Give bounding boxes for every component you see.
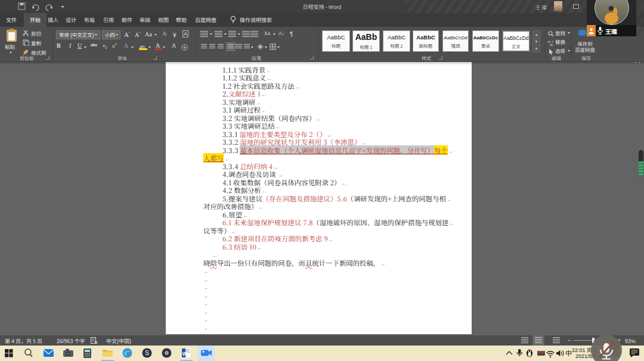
svg-text:S: S [145,350,149,356]
svg-text:ac: ac [550,43,553,46]
svg-text:W: W [182,351,188,357]
svg-text:中: 中 [565,348,572,357]
